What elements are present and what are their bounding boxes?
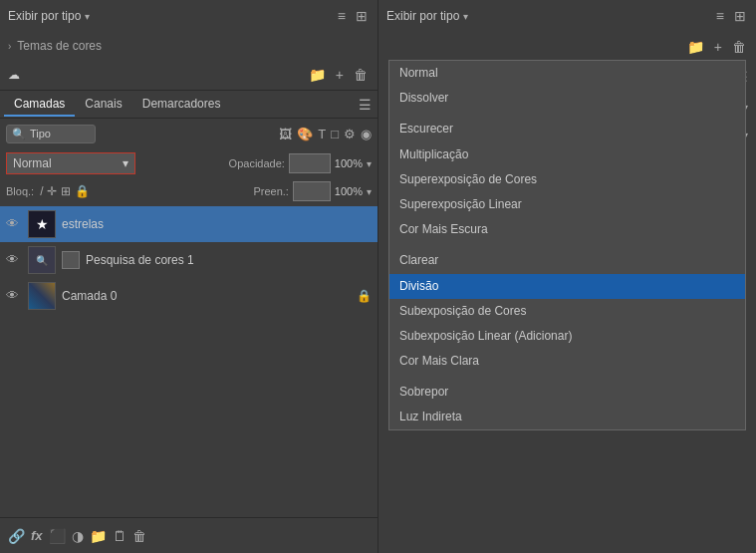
filter-shape-icon[interactable]: □ <box>331 127 339 141</box>
eye-icon[interactable]: 👁 <box>6 252 22 268</box>
new-layer-icon[interactable]: 🗒 <box>113 528 126 544</box>
cloud-icon[interactable]: ☁ <box>8 68 20 82</box>
delete-layer-icon[interactable]: 🗑 <box>132 528 146 544</box>
layer-thumb-star: ★ <box>28 210 56 238</box>
right-panel: Exibir por tipo ▾ ≡ ⊞ 📁 + 🗑 ☰ cidade: ▾ … <box>378 0 756 553</box>
dropdown-item-divisao[interactable]: Divisão <box>389 274 745 299</box>
right-folder-icon[interactable]: 📁 <box>685 37 706 57</box>
dropdown-item-dissolver[interactable]: Dissolver <box>389 86 745 111</box>
filter-icons: 🖼 🎨 T □ ⚙ ◉ <box>279 127 372 141</box>
right-panel-title: Exibir por tipo <box>386 9 459 23</box>
opacity-input[interactable] <box>289 153 331 173</box>
cloud-area: ☁ 📁 + 🗑 <box>0 60 378 90</box>
blend-row: Normal ▾ Opacidade: 100% ▾ <box>0 148 378 178</box>
dropdown-item-clarear[interactable]: Clarear <box>389 248 745 273</box>
right-panel-chevron-icon: ▾ <box>463 11 468 22</box>
left-panel-chevron-icon: ▾ <box>85 11 90 22</box>
dropdown-item-cor-mais-escura[interactable]: Cor Mais Escura <box>389 217 745 242</box>
layer-thumb-img <box>28 282 56 310</box>
filter-row: 🔍 🖼 🎨 T □ ⚙ ◉ <box>0 119 378 148</box>
filter-text-icon[interactable]: T <box>318 127 326 141</box>
fx-icon[interactable]: fx <box>31 528 43 543</box>
opacity-value-display: 100% <box>335 157 363 169</box>
filter-smart-icon[interactable]: ⚙ <box>344 127 356 141</box>
grid-icon[interactable]: ⊞ <box>354 6 370 26</box>
sort-icon[interactable]: ≡ <box>336 6 348 26</box>
theme-label: Temas de cores <box>17 39 102 53</box>
tabs-left: Camadas Canais Demarcadores <box>4 93 230 117</box>
left-panel-title-area[interactable]: Exibir por tipo ▾ <box>8 9 90 23</box>
dropdown-item-superexp-linear[interactable]: Superexposição Linear <box>389 192 745 217</box>
tabs-row: Camadas Canais Demarcadores ☰ <box>0 91 378 119</box>
folder-icon[interactable]: 📁 <box>307 65 328 85</box>
lock-move-icon[interactable]: ✛ <box>47 184 57 198</box>
group-icon[interactable]: 📁 <box>90 528 107 544</box>
layer-item[interactable]: 👁 ★ estrelas <box>0 206 378 242</box>
lock-icons: / ✛ ⊞ 🔒 <box>40 184 90 198</box>
blend-mode-dropdown: Normal Dissolver Escurecer Multiplicação… <box>388 60 746 430</box>
search-box[interactable]: 🔍 <box>6 125 96 143</box>
tabs-menu-icon[interactable]: ☰ <box>357 95 374 115</box>
tab-demarcadores[interactable]: Demarcadores <box>132 93 231 117</box>
layer-name-camada0: Camada 0 <box>62 289 117 303</box>
right-panel-header: Exibir por tipo ▾ ≡ ⊞ <box>378 0 756 32</box>
fill-chevron-icon: ▾ <box>367 186 372 197</box>
bottom-left-icons: 🔗 fx ⬛ ◑ 📁 🗒 🗑 <box>8 528 146 544</box>
right-sort-icon[interactable]: ≡ <box>714 6 726 26</box>
dropdown-item-sobrepor[interactable]: Sobrepor <box>389 380 745 405</box>
add-icon[interactable]: + <box>334 65 346 85</box>
filter-img-icon[interactable]: 🖼 <box>279 127 292 141</box>
fill-value-display: 100% <box>335 185 363 197</box>
dropdown-item-cor-mais-clara[interactable]: Cor Mais Clara <box>389 349 745 374</box>
right-cloud-toolbar: 📁 + 🗑 <box>685 37 748 57</box>
left-panel-header-icons: ≡ ⊞ <box>336 6 370 26</box>
blend-mode-selector[interactable]: Normal ▾ <box>6 152 135 174</box>
dropdown-item-luz-indireta[interactable]: Luz Indireta <box>389 405 745 429</box>
star-symbol: ★ <box>36 216 49 232</box>
dropdown-item-normal[interactable]: Normal <box>389 61 745 86</box>
link-icon[interactable]: 🔗 <box>8 528 25 544</box>
layer-item[interactable]: 👁 Camada 0 🔒 <box>0 278 378 314</box>
layer-lock-icon: 🔒 <box>357 289 372 303</box>
dropdown-item-superexp-cores[interactable]: Superexposição de Cores <box>389 167 745 192</box>
layer-thumb-search: 🔍 <box>28 246 56 274</box>
eye-icon[interactable]: 👁 <box>6 216 22 232</box>
bottom-toolbar: 🔗 fx ⬛ ◑ 📁 🗒 🗑 <box>0 517 378 553</box>
layer-name-pesquisa: Pesquisa de cores 1 <box>86 253 194 267</box>
right-grid-icon[interactable]: ⊞ <box>732 6 748 26</box>
lock-all-icon[interactable]: 🔒 <box>75 184 90 198</box>
filter-color-icon[interactable]: 🎨 <box>297 127 313 141</box>
dropdown-item-multiplicacao[interactable]: Multiplicação <box>389 142 745 167</box>
eye-icon[interactable]: 👁 <box>6 288 22 304</box>
theme-chevron-icon: › <box>8 41 11 52</box>
layer-color-swatch <box>62 251 80 269</box>
right-delete-icon[interactable]: 🗑 <box>730 37 748 57</box>
dropdown-scroll: Normal Dissolver Escurecer Multiplicação… <box>389 61 745 429</box>
fill-input[interactable] <box>293 181 331 201</box>
mask-icon[interactable]: ⬛ <box>49 528 66 544</box>
left-panel-title: Exibir por tipo <box>8 9 81 23</box>
blend-chevron-icon: ▾ <box>123 156 128 170</box>
search-icon: 🔍 <box>12 128 26 140</box>
adjust-icon[interactable]: ◑ <box>72 528 84 544</box>
tab-canais[interactable]: Canais <box>75 93 131 117</box>
tab-camadas[interactable]: Camadas <box>4 93 75 117</box>
fill-row: Preen.: 100% ▾ <box>253 181 372 201</box>
lock-pixel-icon[interactable]: / <box>40 184 43 198</box>
lock-artboard-icon[interactable]: ⊞ <box>61 184 71 198</box>
right-panel-title-area[interactable]: Exibir por tipo ▾ <box>386 9 468 23</box>
opacity-label: Opacidade: <box>229 157 285 169</box>
dropdown-item-subexp-cores[interactable]: Subexposição de Cores <box>389 299 745 324</box>
filter-circle-icon[interactable]: ◉ <box>361 127 372 141</box>
delete-icon[interactable]: 🗑 <box>352 65 370 85</box>
right-add-icon[interactable]: + <box>712 37 724 57</box>
dropdown-item-subexp-linear[interactable]: Subexposição Linear (Adicionar) <box>389 324 745 349</box>
fill-label: Preen.: <box>253 185 288 197</box>
layer-item[interactable]: 👁 🔍 Pesquisa de cores 1 <box>0 242 378 278</box>
layer-name-estrelas: estrelas <box>62 217 104 231</box>
right-panel-header-icons: ≡ ⊞ <box>714 6 748 26</box>
lock-label: Bloq.: <box>6 185 34 197</box>
theme-row: › Temas de cores <box>0 32 378 60</box>
dropdown-item-escurecer[interactable]: Escurecer <box>389 117 745 141</box>
filter-input[interactable] <box>30 128 90 139</box>
